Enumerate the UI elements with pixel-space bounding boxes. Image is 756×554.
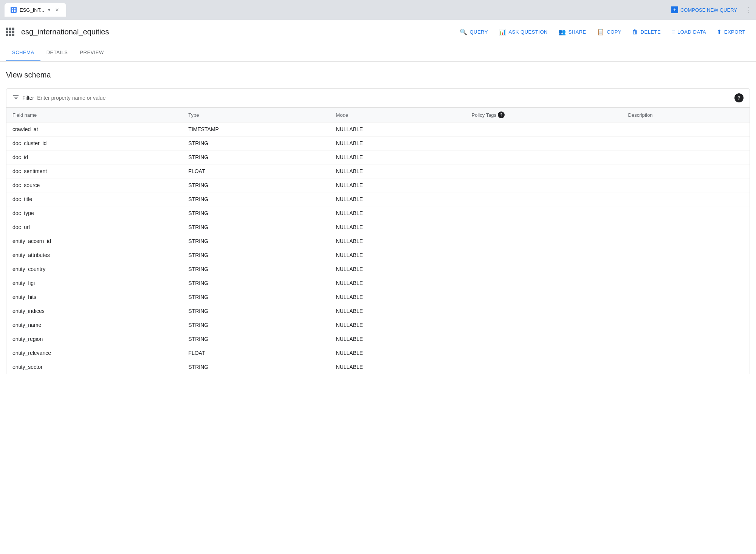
grid-dot: [9, 28, 11, 30]
table-row: doc_source STRING NULLABLE: [6, 178, 750, 192]
share-label: SHARE: [568, 29, 586, 35]
cell-type: STRING: [182, 360, 330, 374]
column-header-type: Type: [182, 108, 330, 122]
cell-type: FLOAT: [182, 346, 330, 360]
browser-chrome: ESG_INT... ▼ ✕ + COMPOSE NEW QUERY ⋮: [0, 0, 756, 20]
cell-description: [622, 276, 750, 290]
help-icon[interactable]: ?: [734, 93, 744, 102]
cell-description: [622, 318, 750, 332]
table-row: entity_name STRING NULLABLE: [6, 318, 750, 332]
export-label: EXPORT: [724, 29, 745, 35]
cell-description: [622, 360, 750, 374]
tab-details[interactable]: DETAILS: [40, 44, 74, 61]
cell-description: [622, 136, 750, 150]
cell-type: STRING: [182, 234, 330, 248]
cell-description: [622, 220, 750, 234]
cell-field-name: entity_relevance: [6, 346, 183, 360]
cell-policy-tags: [465, 262, 622, 276]
export-button[interactable]: ⬆ EXPORT: [712, 25, 750, 39]
export-icon: ⬆: [717, 28, 722, 36]
delete-button[interactable]: 🗑 DELETE: [627, 26, 665, 39]
table-row: entity_relevance FLOAT NULLABLE: [6, 346, 750, 360]
cell-policy-tags: [465, 220, 622, 234]
grid-menu-icon[interactable]: [6, 28, 15, 37]
cell-type: FLOAT: [182, 164, 330, 178]
browser-menu-icon[interactable]: ⋮: [745, 6, 751, 14]
cell-description: [622, 248, 750, 262]
grid-dot: [6, 28, 8, 30]
cell-description: [622, 164, 750, 178]
schema-table-container: Field name Type Mode Policy Tags ? Descr…: [6, 107, 750, 374]
browser-tab[interactable]: ESG_INT... ▼ ✕: [5, 3, 66, 17]
cell-field-name: doc_type: [6, 206, 183, 220]
cell-mode: NULLABLE: [330, 290, 466, 304]
svg-rect-2: [12, 10, 13, 12]
policy-tags-header: Policy Tags ?: [471, 111, 616, 118]
ask-question-button[interactable]: 📊 ASK QUESTION: [494, 25, 552, 39]
cell-field-name: entity_accern_id: [6, 234, 183, 248]
compose-icon: +: [671, 6, 678, 13]
tab-schema[interactable]: SCHEMA: [6, 44, 40, 61]
cell-field-name: entity_figi: [6, 276, 183, 290]
tab-dropdown-icon[interactable]: ▼: [47, 8, 51, 12]
copy-label: COPY: [607, 29, 621, 35]
tab-preview[interactable]: PREVIEW: [74, 44, 110, 61]
tab-close-button[interactable]: ✕: [54, 7, 60, 13]
cell-mode: NULLABLE: [330, 192, 466, 206]
ask-question-label: ASK QUESTION: [508, 29, 548, 35]
cell-type: STRING: [182, 150, 330, 164]
grid-dot: [12, 31, 14, 33]
cell-mode: NULLABLE: [330, 248, 466, 262]
table-row: doc_cluster_id STRING NULLABLE: [6, 136, 750, 150]
ask-question-icon: 📊: [499, 28, 507, 36]
delete-label: DELETE: [641, 29, 661, 35]
cell-type: STRING: [182, 206, 330, 220]
cell-mode: NULLABLE: [330, 178, 466, 192]
svg-rect-0: [12, 8, 13, 9]
cell-mode: NULLABLE: [330, 206, 466, 220]
policy-tags-help-icon[interactable]: ?: [498, 111, 505, 118]
compose-button-label: COMPOSE NEW QUERY: [680, 7, 737, 13]
load-data-button[interactable]: ≡ LOAD DATA: [667, 26, 711, 39]
cell-policy-tags: [465, 122, 622, 136]
query-button[interactable]: 🔍 QUERY: [455, 25, 493, 39]
cell-description: [622, 332, 750, 346]
cell-type: STRING: [182, 178, 330, 192]
cell-description: [622, 290, 750, 304]
svg-rect-1: [14, 8, 15, 9]
cell-policy-tags: [465, 234, 622, 248]
tab-favicon: [11, 7, 17, 13]
cell-mode: NULLABLE: [330, 304, 466, 318]
cell-policy-tags: [465, 248, 622, 262]
policy-tags-label: Policy Tags: [471, 112, 496, 118]
filter-input[interactable]: [37, 95, 731, 101]
cell-field-name: entity_hits: [6, 290, 183, 304]
cell-type: STRING: [182, 248, 330, 262]
cell-description: [622, 192, 750, 206]
tab-label: ESG_INT...: [20, 7, 44, 13]
cell-field-name: doc_title: [6, 192, 183, 206]
table-row: entity_country STRING NULLABLE: [6, 262, 750, 276]
page-title: esg_international_equities: [21, 28, 449, 36]
grid-dot: [6, 34, 8, 36]
cell-field-name: entity_attributes: [6, 248, 183, 262]
cell-description: [622, 150, 750, 164]
copy-button[interactable]: 📋 COPY: [592, 25, 626, 39]
compose-new-query-button[interactable]: + COMPOSE NEW QUERY: [667, 4, 742, 15]
cell-mode: NULLABLE: [330, 150, 466, 164]
grid-dot: [12, 34, 14, 36]
cell-description: [622, 304, 750, 318]
copy-icon: 📋: [597, 28, 605, 36]
cell-mode: NULLABLE: [330, 262, 466, 276]
grid-dot: [9, 34, 11, 36]
table-row: entity_region STRING NULLABLE: [6, 332, 750, 346]
cell-field-name: doc_sentiment: [6, 164, 183, 178]
top-nav: esg_international_equities 🔍 QUERY 📊 ASK…: [0, 20, 756, 44]
table-row: doc_type STRING NULLABLE: [6, 206, 750, 220]
cell-mode: NULLABLE: [330, 122, 466, 136]
cell-mode: NULLABLE: [330, 318, 466, 332]
share-button[interactable]: 👥 SHARE: [554, 25, 591, 39]
table-row: entity_indices STRING NULLABLE: [6, 304, 750, 318]
cell-mode: NULLABLE: [330, 220, 466, 234]
cell-type: STRING: [182, 304, 330, 318]
